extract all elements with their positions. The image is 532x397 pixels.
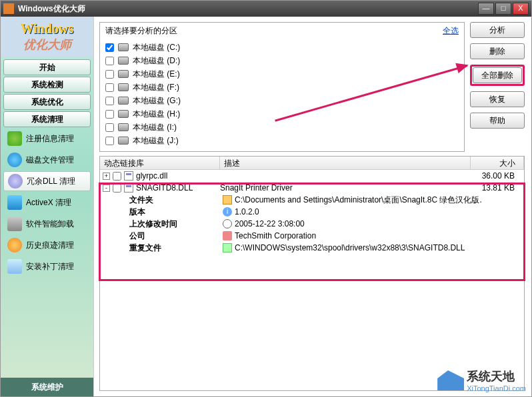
drive-checkbox[interactable]: [105, 83, 114, 92]
drive-checkbox[interactable]: [105, 97, 114, 105]
magnifier-icon: [8, 174, 23, 189]
nav-start[interactable]: 开始: [3, 59, 91, 75]
col-desc[interactable]: 描述: [220, 157, 471, 169]
minimize-button[interactable]: —: [478, 3, 494, 15]
sidebar-item-history[interactable]: 历史痕迹清理: [3, 235, 91, 255]
watermark-url: XiTongTianDi.com: [467, 384, 526, 392]
sidebar-item-label: ActiveX 清理: [26, 197, 71, 208]
drive-label: 本地磁盘 (D:): [133, 55, 180, 67]
analyze-button[interactable]: 分析: [470, 22, 525, 38]
drive-icon: [118, 123, 129, 131]
detail-version-value: 1.0.2.0: [235, 207, 524, 216]
content-area: 请选择要分析的分区 全选 本地磁盘 (C:)本地磁盘 (D:)本地磁盘 (E:)…: [94, 17, 531, 396]
expand-icon[interactable]: +: [103, 173, 110, 180]
sidebar-item-label: 注册信息清理: [26, 133, 74, 145]
list-item[interactable]: + glyrpc.dll 36.00 KB: [100, 170, 524, 182]
select-all-link[interactable]: 全选: [443, 25, 459, 37]
drive-checkbox[interactable]: [105, 43, 114, 52]
watermark-brand: 系统天地: [467, 368, 526, 384]
drive-label: 本地磁盘 (F:): [133, 82, 179, 93]
nav-group-optimize[interactable]: 系统优化: [3, 94, 91, 110]
drive-label: 本地磁盘 (H:): [133, 109, 180, 120]
list-item[interactable]: - SNAGITD8.DLL SnagIt Printer Driver 13.…: [100, 182, 524, 194]
list-body: + glyrpc.dll 36.00 KB - SNAGITD8.DLL Sna…: [100, 170, 524, 254]
sidebar-item-label: 软件智能卸载: [26, 218, 74, 230]
detail-folder-value: C:\Documents and Settings\Administrator\…: [235, 195, 524, 206]
clock-icon: [223, 219, 232, 228]
item-size: 36.00 KB: [482, 171, 524, 181]
item-desc: SnagIt Printer Driver: [220, 183, 293, 193]
drive-checkbox[interactable]: [105, 137, 114, 145]
disk-icon: [7, 153, 22, 167]
sidebar-item-patch[interactable]: 安装补丁清理: [3, 256, 91, 276]
item-checkbox[interactable]: [113, 172, 121, 181]
drive-row[interactable]: 本地磁盘 (J:): [105, 134, 459, 147]
drive-checkbox[interactable]: [105, 110, 114, 119]
detail-dup-label: 重复文件: [129, 242, 223, 254]
registry-icon: [7, 131, 22, 146]
drive-icon: [118, 97, 129, 105]
drive-label: 本地磁盘 (I:): [133, 122, 177, 133]
detail-company-label: 公司: [129, 230, 223, 242]
delete-button[interactable]: 删除: [470, 43, 525, 59]
patch-icon: [7, 259, 22, 274]
activex-icon: [7, 195, 22, 210]
list-header: 动态链接库 描述 大小: [100, 157, 524, 170]
drive-row[interactable]: 本地磁盘 (C:): [105, 41, 459, 54]
nav-maintenance[interactable]: 系统维护: [1, 378, 93, 396]
drive-checkbox[interactable]: [105, 57, 114, 65]
sidebar-item-registry[interactable]: 注册信息清理: [3, 129, 91, 149]
dll-icon: [124, 171, 133, 181]
drive-row[interactable]: 本地磁盘 (I:): [105, 121, 459, 134]
maximize-button[interactable]: □: [495, 3, 511, 15]
drive-row[interactable]: 本地磁盘 (E:): [105, 67, 459, 81]
drive-label: 本地磁盘 (E:): [133, 69, 180, 80]
drive-label: 本地磁盘 (G:): [133, 95, 181, 107]
sidebar: Windows 优化大师 开始 系统检测 系统优化 系统清理 注册信息清理 磁盘…: [1, 17, 94, 396]
drive-checkbox[interactable]: [105, 123, 114, 132]
drive-icon: [118, 83, 129, 91]
item-size: 13.81 KB: [482, 183, 524, 193]
drive-row[interactable]: 本地磁盘 (H:): [105, 107, 459, 121]
delete-all-button[interactable]: 全部删除: [473, 67, 522, 83]
detail-mtime-label: 上次修改时间: [129, 218, 223, 230]
drive-row[interactable]: 本地磁盘 (D:): [105, 54, 459, 67]
app-icon: [3, 3, 14, 14]
dll-list-panel: 动态链接库 描述 大小 + glyrpc.dll 36.00 KB - SNAG…: [99, 156, 525, 391]
dll-icon: [124, 183, 133, 193]
watermark: 系统天地 XiTongTianDi.com: [437, 368, 526, 392]
sidebar-item-label: 磁盘文件管理: [26, 155, 74, 166]
detail-folder-label: 文件夹: [129, 195, 223, 206]
nav-group-clean[interactable]: 系统清理: [3, 111, 91, 127]
drive-row[interactable]: 本地磁盘 (F:): [105, 81, 459, 94]
titlebar: Windows优化大师 — □ X: [1, 1, 531, 17]
nav-group-detect[interactable]: 系统检测: [3, 77, 91, 93]
detail-version-label: 版本: [129, 206, 223, 218]
history-icon: [7, 238, 22, 252]
app-title: Windows优化大师: [18, 3, 478, 15]
collapse-icon[interactable]: -: [103, 185, 110, 192]
col-name[interactable]: 动态链接库: [100, 157, 220, 169]
sidebar-item-label: 安装补丁清理: [26, 261, 74, 272]
drive-icon: [118, 43, 129, 51]
col-size[interactable]: 大小: [471, 157, 524, 169]
detail-company-value: TechSmith Corporation: [235, 231, 524, 240]
sidebar-item-activex[interactable]: ActiveX 清理: [3, 193, 91, 212]
detail-mtime-value: 2005-12-22 3:08:00: [235, 219, 524, 228]
drive-row[interactable]: 本地磁盘 (G:): [105, 94, 459, 107]
help-button[interactable]: 帮助: [470, 113, 525, 129]
watermark-icon: [437, 370, 464, 390]
close-button[interactable]: X: [513, 3, 529, 15]
sidebar-item-uninstall[interactable]: 软件智能卸载: [3, 214, 91, 234]
logo: Windows 优化大师: [1, 17, 93, 57]
sidebar-item-dll[interactable]: 冗余DLL 清理: [3, 171, 91, 191]
restore-button[interactable]: 恢复: [470, 91, 525, 107]
software-icon: [7, 216, 22, 231]
sidebar-item-label: 冗余DLL 清理: [27, 176, 75, 187]
drive-checkbox[interactable]: [105, 70, 114, 79]
window-controls: — □ X: [478, 3, 529, 15]
sidebar-item-disk[interactable]: 磁盘文件管理: [3, 150, 91, 170]
drive-icon: [118, 70, 129, 78]
item-checkbox[interactable]: [113, 184, 121, 193]
company-icon: [223, 231, 232, 240]
